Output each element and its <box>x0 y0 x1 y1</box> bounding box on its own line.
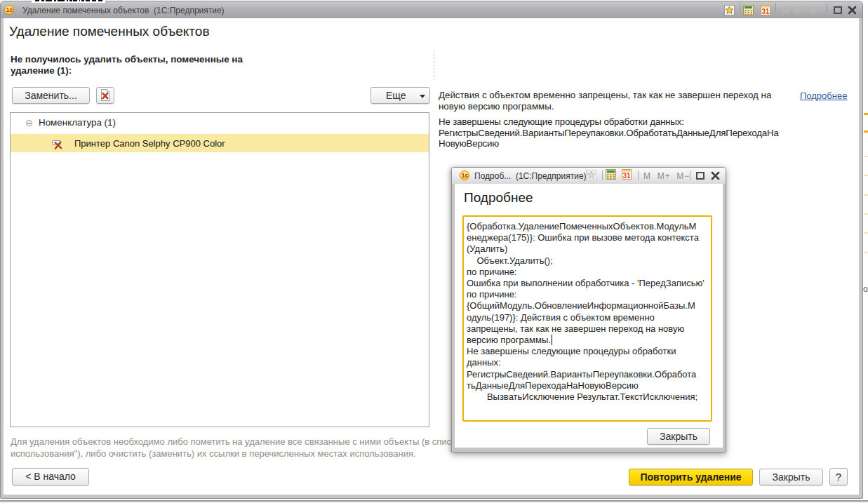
svg-text:31: 31 <box>622 172 631 180</box>
svg-text:31: 31 <box>761 8 770 15</box>
